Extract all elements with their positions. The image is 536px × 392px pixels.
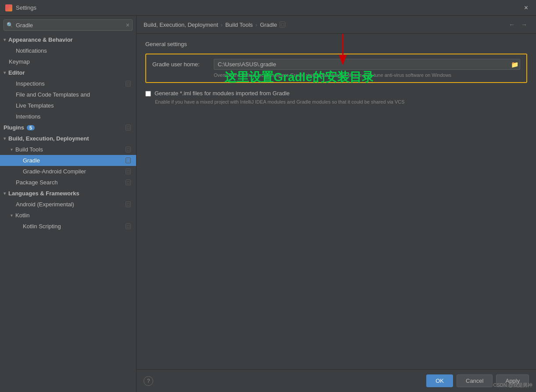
sidebar-item-label: Android (Experimental): [16, 201, 74, 208]
sidebar-item-label: Languages & Frameworks: [8, 190, 79, 197]
sidebar-badge: 5: [27, 125, 35, 130]
sidebar-item-label: Editor: [8, 69, 25, 76]
cancel-button[interactable]: Cancel: [457, 374, 493, 387]
search-icon: 🔍: [7, 22, 13, 28]
sidebar-item-label: Build, Execution, Deployment: [8, 135, 89, 142]
sidebar-item-label: Gradle-Android Compiler: [23, 168, 86, 175]
gradle-home-field: 📁: [214, 59, 520, 70]
breadcrumb-separator: ›: [255, 22, 257, 28]
sidebar-item-label: Kotlin: [15, 212, 30, 219]
sidebar-item-label: Build Tools: [15, 146, 43, 153]
chevron-icon: ▾: [11, 213, 13, 218]
breadcrumb: Build, Execution, Deployment›Build Tools…: [144, 22, 285, 28]
sidebar-item-gradle[interactable]: Gradle□: [0, 155, 136, 166]
generate-iml-label: Generate *.iml files for modules importe…: [155, 90, 290, 97]
sidebar-item-notifications[interactable]: Notifications: [0, 45, 136, 56]
sidebar-item-label: Appearance & Behavior: [8, 36, 73, 43]
sidebar-item-label: Kotlin Scripting: [23, 223, 61, 230]
chevron-icon: ▾: [4, 37, 6, 42]
sidebar-item-label: Notifications: [16, 47, 47, 54]
ext-icon: □: [126, 147, 131, 152]
sidebar-item-label: Gradle: [23, 157, 40, 164]
breadcrumb-bar: Build, Execution, Deployment›Build Tools…: [137, 16, 536, 34]
generate-iml-checkbox[interactable]: [145, 91, 151, 97]
gradle-settings-box: Gradle user home: 📁 Override the default…: [145, 54, 527, 83]
sidebar-item-intentions[interactable]: Intentions: [0, 111, 136, 122]
help-button[interactable]: ?: [144, 376, 153, 386]
ext-icon: □: [126, 201, 131, 207]
chevron-icon: ▾: [4, 136, 6, 141]
sidebar-item-label: File and Code Templates and: [16, 91, 90, 98]
breadcrumb-ext-icon: □: [280, 22, 285, 28]
title-bar: Settings ×: [0, 0, 536, 16]
breadcrumb-item-0[interactable]: Build, Execution, Deployment: [144, 22, 218, 28]
sidebar-item-keymap[interactable]: Keymap: [0, 56, 136, 67]
sidebar-item-build-execution-deployment[interactable]: ▾Build, Execution, Deployment: [0, 133, 136, 144]
apply-button[interactable]: Apply: [496, 374, 529, 387]
gradle-home-label: Gradle user home:: [152, 61, 209, 68]
folder-button[interactable]: 📁: [511, 61, 518, 68]
action-buttons: OK Cancel Apply: [426, 374, 529, 387]
sidebar-item-package-search[interactable]: Package Search□: [0, 177, 136, 188]
sidebar-item-inspections[interactable]: Inspections□: [0, 78, 136, 89]
breadcrumb-item-2: Gradle: [260, 22, 277, 28]
sidebar-item-label: Plugins: [4, 124, 24, 131]
sidebar-item-appearance-behavior[interactable]: ▾Appearance & Behavior: [0, 34, 136, 45]
breadcrumb-separator: ›: [221, 22, 223, 28]
gradle-home-input[interactable]: [214, 59, 520, 70]
ext-icon: □: [126, 169, 131, 174]
sidebar-item-live-templates[interactable]: Live Templates: [0, 100, 136, 111]
sidebar-item-android-experimental[interactable]: Android (Experimental)□: [0, 199, 136, 210]
chevron-icon: ▾: [4, 70, 6, 75]
chevron-icon: ▾: [11, 147, 13, 152]
sidebar-item-languages-frameworks[interactable]: ▾Languages & Frameworks: [0, 188, 136, 199]
ext-icon: □: [126, 125, 131, 130]
generate-iml-hint: Enable if you have a mixed project with …: [155, 99, 527, 104]
content-area: Build, Execution, Deployment›Build Tools…: [137, 16, 536, 392]
gradle-home-hint: Override the default location where Grad…: [214, 72, 520, 78]
sidebar-item-kotlin-scripting[interactable]: Kotlin Scripting□: [0, 221, 136, 232]
sidebar-item-editor[interactable]: ▾Editor: [0, 67, 136, 78]
ok-button[interactable]: OK: [426, 374, 453, 387]
sidebar-item-label: Live Templates: [16, 102, 54, 109]
bottom-bar: ? OK Cancel Apply: [137, 369, 536, 392]
sidebar-item-label: Intentions: [16, 113, 40, 120]
app-icon: [5, 4, 12, 11]
ext-icon: □: [126, 158, 131, 163]
sidebar-item-build-tools[interactable]: ▾Build Tools□: [0, 144, 136, 155]
chevron-icon: ▾: [4, 191, 6, 196]
dialog-body: 🔍 × ▾Appearance & BehaviorNotificationsK…: [0, 16, 536, 392]
gradle-home-row: Gradle user home: 📁: [152, 59, 520, 70]
ext-icon: □: [126, 180, 131, 185]
search-input[interactable]: [16, 22, 126, 29]
window-title: Settings: [16, 4, 522, 11]
ext-icon: □: [126, 223, 131, 229]
search-clear-button[interactable]: ×: [126, 22, 130, 29]
section-title: General settings: [145, 41, 527, 47]
sidebar-item-gradle-android-compiler[interactable]: Gradle-Android Compiler□: [0, 166, 136, 177]
sidebar-item-file-code-templates[interactable]: File and Code Templates and: [0, 89, 136, 100]
back-button[interactable]: ←: [507, 20, 517, 29]
sidebar-item-label: Package Search: [16, 179, 58, 186]
sidebar-item-label: Keymap: [9, 58, 30, 65]
search-box: 🔍 ×: [4, 19, 133, 31]
forward-button[interactable]: →: [519, 20, 529, 29]
sidebar-item-kotlin[interactable]: ▾Kotlin: [0, 210, 136, 221]
breadcrumb-item-1[interactable]: Build Tools: [225, 22, 253, 28]
generate-iml-row: Generate *.iml files for modules importe…: [145, 90, 527, 97]
ext-icon: □: [126, 81, 131, 86]
sidebar: 🔍 × ▾Appearance & BehaviorNotificationsK…: [0, 16, 137, 392]
nav-arrows: ← →: [507, 20, 529, 29]
sidebar-item-label: Inspections: [16, 80, 45, 87]
sidebar-nav: ▾Appearance & BehaviorNotificationsKeyma…: [0, 34, 136, 232]
content-main: General settings Gradle user home: 📁 Ove…: [137, 34, 536, 369]
close-button[interactable]: ×: [522, 3, 531, 13]
sidebar-item-plugins[interactable]: Plugins5□: [0, 122, 136, 133]
generate-iml-section: Generate *.iml files for modules importe…: [145, 90, 527, 104]
